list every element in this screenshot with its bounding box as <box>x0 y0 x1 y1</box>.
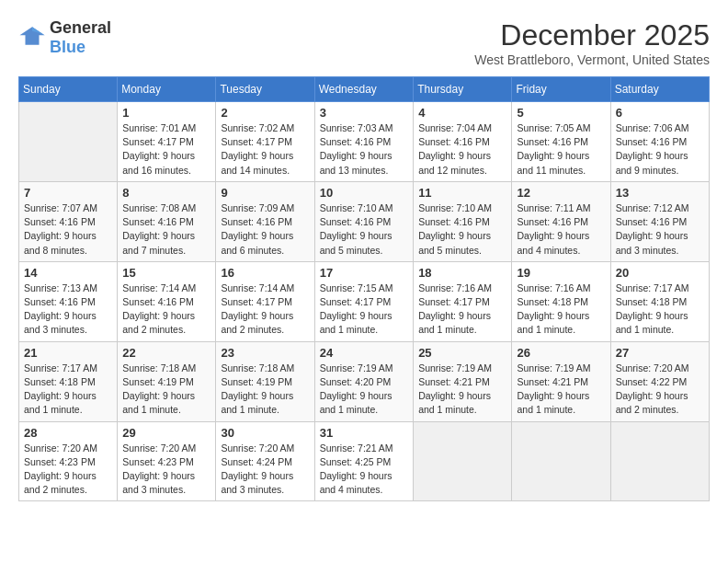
day-info: Sunrise: 7:08 AM Sunset: 4:16 PM Dayligh… <box>122 201 210 258</box>
calendar-cell: 5Sunrise: 7:05 AM Sunset: 4:16 PM Daylig… <box>512 102 610 182</box>
calendar-cell <box>414 421 512 501</box>
weekday-header-monday: Monday <box>118 77 216 102</box>
day-info: Sunrise: 7:14 AM Sunset: 4:17 PM Dayligh… <box>221 282 309 338</box>
weekday-header-wednesday: Wednesday <box>314 77 413 102</box>
day-number: 11 <box>418 186 506 200</box>
calendar-cell: 30Sunrise: 7:20 AM Sunset: 4:24 PM Dayli… <box>216 421 314 501</box>
calendar-cell: 1Sunrise: 7:01 AM Sunset: 4:17 PM Daylig… <box>118 102 216 182</box>
calendar-cell: 26Sunrise: 7:19 AM Sunset: 4:21 PM Dayli… <box>512 341 610 421</box>
day-info: Sunrise: 7:05 AM Sunset: 4:16 PM Dayligh… <box>517 121 605 178</box>
day-number: 6 <box>616 106 704 120</box>
day-number: 23 <box>221 346 309 360</box>
calendar-cell: 24Sunrise: 7:19 AM Sunset: 4:20 PM Dayli… <box>314 341 413 421</box>
day-number: 9 <box>221 186 309 200</box>
day-number: 25 <box>418 346 506 360</box>
logo-general: General <box>50 18 111 37</box>
logo-icon <box>18 25 46 51</box>
calendar-cell: 31Sunrise: 7:21 AM Sunset: 4:25 PM Dayli… <box>314 421 413 501</box>
calendar-week-row: 21Sunrise: 7:17 AM Sunset: 4:18 PM Dayli… <box>19 341 710 421</box>
day-number: 10 <box>320 186 408 200</box>
calendar-cell: 22Sunrise: 7:18 AM Sunset: 4:19 PM Dayli… <box>118 341 216 421</box>
calendar-cell: 8Sunrise: 7:08 AM Sunset: 4:16 PM Daylig… <box>118 181 216 261</box>
calendar-cell: 14Sunrise: 7:13 AM Sunset: 4:16 PM Dayli… <box>19 261 118 341</box>
day-number: 27 <box>616 346 704 360</box>
logo: General Blue <box>18 18 111 57</box>
day-info: Sunrise: 7:19 AM Sunset: 4:21 PM Dayligh… <box>418 362 506 418</box>
calendar-week-row: 1Sunrise: 7:01 AM Sunset: 4:17 PM Daylig… <box>19 102 710 182</box>
calendar-cell: 7Sunrise: 7:07 AM Sunset: 4:16 PM Daylig… <box>19 181 118 261</box>
calendar-header-row: SundayMondayTuesdayWednesdayThursdayFrid… <box>19 77 710 102</box>
calendar-cell: 3Sunrise: 7:03 AM Sunset: 4:16 PM Daylig… <box>314 102 413 182</box>
calendar-cell <box>19 102 118 182</box>
day-info: Sunrise: 7:11 AM Sunset: 4:16 PM Dayligh… <box>517 201 605 258</box>
calendar-week-row: 7Sunrise: 7:07 AM Sunset: 4:16 PM Daylig… <box>19 181 710 261</box>
calendar-cell: 17Sunrise: 7:15 AM Sunset: 4:17 PM Dayli… <box>314 261 413 341</box>
calendar-cell: 11Sunrise: 7:10 AM Sunset: 4:16 PM Dayli… <box>414 181 512 261</box>
logo-blue: Blue <box>50 38 85 56</box>
day-info: Sunrise: 7:07 AM Sunset: 4:16 PM Dayligh… <box>24 201 112 258</box>
calendar-cell: 29Sunrise: 7:20 AM Sunset: 4:23 PM Dayli… <box>118 421 216 501</box>
page-header: General Blue December 2025 West Brattleb… <box>18 18 710 67</box>
calendar-cell: 13Sunrise: 7:12 AM Sunset: 4:16 PM Dayli… <box>610 181 709 261</box>
day-info: Sunrise: 7:06 AM Sunset: 4:16 PM Dayligh… <box>616 121 704 178</box>
weekday-header-saturday: Saturday <box>610 77 709 102</box>
day-info: Sunrise: 7:16 AM Sunset: 4:17 PM Dayligh… <box>418 282 506 338</box>
day-number: 17 <box>320 266 408 280</box>
day-info: Sunrise: 7:12 AM Sunset: 4:16 PM Dayligh… <box>616 201 704 258</box>
day-number: 3 <box>320 106 408 120</box>
calendar-cell: 15Sunrise: 7:14 AM Sunset: 4:16 PM Dayli… <box>118 261 216 341</box>
calendar-cell: 28Sunrise: 7:20 AM Sunset: 4:23 PM Dayli… <box>19 421 118 501</box>
day-info: Sunrise: 7:20 AM Sunset: 4:24 PM Dayligh… <box>221 442 309 498</box>
day-info: Sunrise: 7:20 AM Sunset: 4:23 PM Dayligh… <box>24 442 112 498</box>
day-number: 15 <box>122 266 210 280</box>
day-number: 30 <box>221 426 309 440</box>
calendar-week-row: 14Sunrise: 7:13 AM Sunset: 4:16 PM Dayli… <box>19 261 710 341</box>
calendar-cell: 25Sunrise: 7:19 AM Sunset: 4:21 PM Dayli… <box>414 341 512 421</box>
calendar-cell: 19Sunrise: 7:16 AM Sunset: 4:18 PM Dayli… <box>512 261 610 341</box>
calendar-cell: 2Sunrise: 7:02 AM Sunset: 4:17 PM Daylig… <box>216 102 314 182</box>
calendar-cell: 4Sunrise: 7:04 AM Sunset: 4:16 PM Daylig… <box>414 102 512 182</box>
day-info: Sunrise: 7:10 AM Sunset: 4:16 PM Dayligh… <box>320 201 408 258</box>
calendar-cell: 20Sunrise: 7:17 AM Sunset: 4:18 PM Dayli… <box>610 261 709 341</box>
calendar-table: SundayMondayTuesdayWednesdayThursdayFrid… <box>18 76 710 501</box>
day-number: 28 <box>24 426 112 440</box>
calendar-cell: 27Sunrise: 7:20 AM Sunset: 4:22 PM Dayli… <box>610 341 709 421</box>
day-number: 29 <box>122 426 210 440</box>
day-info: Sunrise: 7:20 AM Sunset: 4:22 PM Dayligh… <box>616 362 704 418</box>
calendar-cell <box>610 421 709 501</box>
day-number: 4 <box>418 106 506 120</box>
day-number: 31 <box>320 426 408 440</box>
day-info: Sunrise: 7:10 AM Sunset: 4:16 PM Dayligh… <box>418 201 506 258</box>
title-area: December 2025 West Brattleboro, Vermont,… <box>474 18 710 67</box>
day-info: Sunrise: 7:17 AM Sunset: 4:18 PM Dayligh… <box>24 362 112 418</box>
day-info: Sunrise: 7:19 AM Sunset: 4:21 PM Dayligh… <box>517 362 605 418</box>
month-title: December 2025 <box>474 18 710 52</box>
day-info: Sunrise: 7:18 AM Sunset: 4:19 PM Dayligh… <box>122 362 210 418</box>
calendar-week-row: 28Sunrise: 7:20 AM Sunset: 4:23 PM Dayli… <box>19 421 710 501</box>
day-info: Sunrise: 7:15 AM Sunset: 4:17 PM Dayligh… <box>320 282 408 338</box>
day-info: Sunrise: 7:21 AM Sunset: 4:25 PM Dayligh… <box>320 442 408 498</box>
day-info: Sunrise: 7:09 AM Sunset: 4:16 PM Dayligh… <box>221 201 309 258</box>
day-number: 2 <box>221 106 309 120</box>
calendar-cell: 10Sunrise: 7:10 AM Sunset: 4:16 PM Dayli… <box>314 181 413 261</box>
calendar-cell: 18Sunrise: 7:16 AM Sunset: 4:17 PM Dayli… <box>414 261 512 341</box>
day-number: 1 <box>122 106 210 120</box>
day-number: 26 <box>517 346 605 360</box>
weekday-header-sunday: Sunday <box>19 77 118 102</box>
day-info: Sunrise: 7:03 AM Sunset: 4:16 PM Dayligh… <box>320 121 408 178</box>
day-number: 21 <box>24 346 112 360</box>
day-info: Sunrise: 7:19 AM Sunset: 4:20 PM Dayligh… <box>320 362 408 418</box>
day-info: Sunrise: 7:13 AM Sunset: 4:16 PM Dayligh… <box>24 282 112 338</box>
day-info: Sunrise: 7:16 AM Sunset: 4:18 PM Dayligh… <box>517 282 605 338</box>
day-number: 24 <box>320 346 408 360</box>
calendar-cell: 16Sunrise: 7:14 AM Sunset: 4:17 PM Dayli… <box>216 261 314 341</box>
location-title: West Brattleboro, Vermont, United States <box>474 52 710 67</box>
calendar-cell: 23Sunrise: 7:18 AM Sunset: 4:19 PM Dayli… <box>216 341 314 421</box>
day-info: Sunrise: 7:20 AM Sunset: 4:23 PM Dayligh… <box>122 442 210 498</box>
day-number: 20 <box>616 266 704 280</box>
logo-text: General Blue <box>50 18 111 57</box>
day-number: 19 <box>517 266 605 280</box>
day-number: 14 <box>24 266 112 280</box>
day-number: 18 <box>418 266 506 280</box>
weekday-header-tuesday: Tuesday <box>216 77 314 102</box>
